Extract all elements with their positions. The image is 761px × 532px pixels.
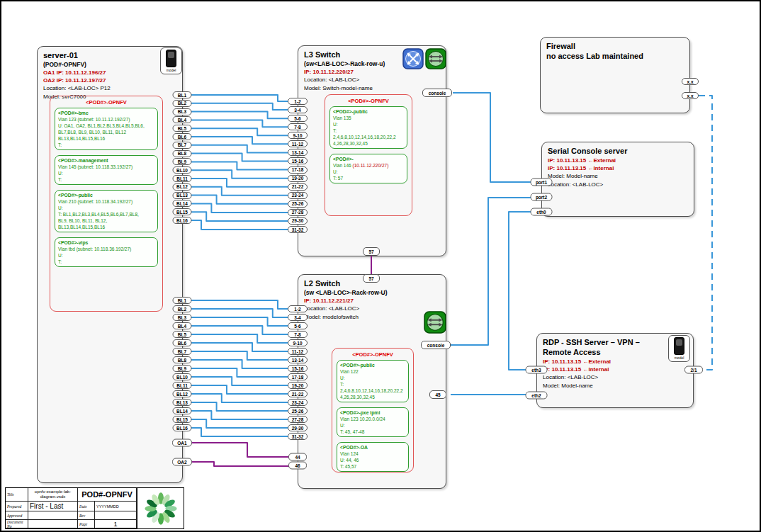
l3-opnfv-group[interactable]: <POD#>-OPNFV <POD#>-publicVlan 135U:T:2,… — [325, 94, 412, 216]
server-top-port-BL14[interactable]: BL14 — [173, 200, 192, 207]
fw-port-x.x[interactable]: x.x — [682, 78, 699, 85]
vlan-box[interactable]: <POD#>-OAVlan 124U: 44, 46T: 45,57 — [337, 442, 409, 472]
l2-port-44[interactable]: 44 — [288, 453, 307, 461]
l2-port-1-2[interactable]: 1-2 — [288, 305, 308, 312]
server-top-port-BL11[interactable]: BL11 — [173, 175, 192, 182]
rdp-port-2/1[interactable]: 2/1 — [684, 366, 703, 374]
l2-switch-node[interactable]: L2 Switch(sw <LAB-LOC>-Rack-row-U)IP: 10… — [298, 274, 446, 489]
l2-port-17-18[interactable]: 17-18 — [288, 373, 308, 380]
l3-port-15-16[interactable]: 15-16 — [288, 157, 308, 164]
l2-port-21-22[interactable]: 21-22 — [288, 390, 308, 397]
server-bot-port-BL7[interactable]: BL7 — [173, 348, 192, 355]
server-bot-port-BL10[interactable]: BL10 — [173, 373, 192, 380]
l3-port-5-6[interactable]: 5-6 — [288, 115, 308, 122]
server-bot-port-BL8[interactable]: BL8 — [173, 356, 192, 363]
server-opnfv-group[interactable]: <POD#>-OPNFV <POD#>-bmcVlan 123 (subnet:… — [50, 96, 163, 312]
l3-port-23-24[interactable]: 23-24 — [288, 192, 308, 199]
rdp-port-eth2[interactable]: eth2 — [526, 392, 548, 400]
l2-opnfv-group[interactable]: <POD#>-OPNFV <POD#>-publicVlan 122U:T:2,… — [332, 348, 414, 472]
server-top-port-BL4[interactable]: BL4 — [173, 116, 192, 123]
l3-port-57[interactable]: 57 — [363, 247, 380, 256]
server-bot-port-BL12[interactable]: BL12 — [173, 390, 192, 397]
l2-port-23-24[interactable]: 23-24 — [288, 399, 308, 406]
server-top-port-BL16[interactable]: BL16 — [173, 217, 192, 224]
firewall-node[interactable]: Firewallno access Lab maintained — [540, 37, 690, 113]
l2-port-31-32[interactable]: 31-32 — [288, 433, 308, 440]
server-top-port-BL12[interactable]: BL12 — [173, 183, 192, 191]
server-bot-port-BL11[interactable]: BL11 — [173, 382, 192, 389]
server-01-node[interactable]: server-01(POD#-OPNFV)OA1 IP: 10.11.12.19… — [37, 46, 183, 483]
l2-port-13-14[interactable]: 13-14 — [288, 356, 308, 363]
l2-port-27-28[interactable]: 27-28 — [288, 416, 308, 423]
l3-port-27-28[interactable]: 27-28 — [288, 209, 308, 216]
server-top-port-BL10[interactable]: BL10 — [173, 166, 192, 174]
server-top-port-BL6[interactable]: BL6 — [173, 133, 192, 140]
l2-port-25-26[interactable]: 25-26 — [288, 407, 308, 414]
server-top-port-BL5[interactable]: BL5 — [173, 125, 192, 132]
l3-port-31-32[interactable]: 31-32 — [288, 226, 308, 233]
server-bot-port-BL5[interactable]: BL5 — [173, 331, 192, 338]
l3-port-25-26[interactable]: 25-26 — [288, 200, 308, 208]
l3-port-17-18[interactable]: 17-18 — [288, 166, 308, 174]
server-top-port-BL9[interactable]: BL9 — [173, 158, 192, 165]
server-bot-port-BL1[interactable]: BL1 — [173, 297, 192, 304]
l2-port-7-8[interactable]: 7-8 — [288, 331, 308, 338]
con-port-eth0[interactable]: eth0 — [531, 208, 553, 216]
l2-port-15-16[interactable]: 15-16 — [288, 365, 308, 372]
l2-port-console[interactable]: console — [421, 341, 451, 349]
server-top-port-BL13[interactable]: BL13 — [173, 192, 192, 199]
fw-port-x.x[interactable]: x.x — [682, 92, 699, 99]
vlan-box[interactable]: <POD#>-publicVlan 210 (subnet: 10.118.34… — [55, 190, 158, 232]
l2-port-11-12[interactable]: 11-12 — [288, 348, 308, 355]
server-bot-port-BL9[interactable]: BL9 — [173, 365, 192, 372]
l2-port-3-4[interactable]: 3-4 — [288, 314, 308, 321]
server-bot-port-BL6[interactable]: BL6 — [173, 339, 192, 346]
vlan-box[interactable]: <POD#>-publicVlan 135U:T:2,4,6,8,10,12,1… — [329, 106, 407, 149]
wire — [191, 162, 288, 169]
rdp-port-eth3[interactable]: eth3 — [526, 366, 548, 374]
vlan-box[interactable]: <POD#>-vipsVlan tbd (subnet: 10.118.36.1… — [55, 237, 158, 267]
server-top-port-BL15[interactable]: BL15 — [173, 208, 192, 215]
l2-port-45[interactable]: 45 — [429, 390, 446, 399]
vlan-box[interactable]: <POD#>-Vlan 146 (10.11.12.220/27)U:T: 57 — [329, 154, 407, 183]
l2-port-46[interactable]: 46 — [288, 462, 307, 470]
server-bot-port-BL13[interactable]: BL13 — [173, 399, 192, 406]
l3-port-29-30[interactable]: 29-30 — [288, 217, 308, 225]
serial-console-node[interactable]: Serial Console serverIP: 10.11.13.15 ←Ex… — [541, 142, 694, 217]
server-top-port-BL2[interactable]: BL2 — [173, 100, 192, 107]
con-port-port2[interactable]: port2 — [531, 193, 553, 201]
server-bot-port-BL3[interactable]: BL3 — [173, 314, 192, 321]
l3-port-13-14[interactable]: 13-14 — [288, 149, 308, 156]
l3-port-19-20[interactable]: 19-20 — [288, 175, 308, 182]
server-bot-port-BL15[interactable]: BL15 — [173, 416, 192, 423]
server-bot-port-BL2[interactable]: BL2 — [173, 305, 192, 312]
l3-switch-node[interactable]: L3 Switch(sw<LAB-LOC>-Rack-row-u)IP: 10.… — [298, 45, 446, 256]
vlan-box[interactable]: <POD#>-pxe ipmiVlan 123 10.20.0.0/24U:T:… — [337, 407, 409, 437]
vlan-box[interactable]: <POD#>-bmcVlan 123 (subnet: 10.11.12.192… — [55, 108, 158, 150]
l3-port-1-2[interactable]: 1-2 — [288, 98, 308, 105]
server-top-port-BL7[interactable]: BL7 — [173, 142, 192, 149]
server-top-port-BL8[interactable]: BL8 — [173, 150, 192, 157]
l3-port-7-8[interactable]: 7-8 — [288, 123, 308, 130]
l3-port-3-4[interactable]: 3-4 — [288, 106, 308, 113]
l3-port-9-10[interactable]: 9-10 — [288, 132, 308, 139]
l2-port-19-20[interactable]: 19-20 — [288, 382, 308, 389]
l3-port-11-12[interactable]: 11-12 — [288, 140, 308, 147]
server-oa-port-OA2[interactable]: OA2 — [172, 458, 192, 466]
vlan-box[interactable]: <POD#>-managementVlan 145 (subnet: 10.11… — [55, 155, 158, 185]
vlan-box[interactable]: <POD#>-publicVlan 122U:T:2,4,6,8,10,12,1… — [337, 360, 409, 402]
l2-port-29-30[interactable]: 29-30 — [288, 424, 308, 431]
approved-value — [28, 511, 78, 520]
l2-port-9-10[interactable]: 9-10 — [288, 339, 308, 346]
l3-port-21-22[interactable]: 21-22 — [288, 183, 308, 191]
server-bot-port-BL4[interactable]: BL4 — [173, 322, 192, 329]
server-top-port-BL3[interactable]: BL3 — [173, 108, 192, 115]
server-top-port-BL1[interactable]: BL1 — [173, 91, 192, 98]
l2-port-57[interactable]: 57 — [363, 274, 380, 283]
server-bot-port-BL16[interactable]: BL16 — [173, 424, 192, 431]
con-port-port1[interactable]: port1 — [531, 179, 553, 186]
server-oa-port-OA1[interactable]: OA1 — [172, 439, 192, 447]
l3-port-console[interactable]: console — [422, 89, 452, 97]
l2-port-5-6[interactable]: 5-6 — [288, 322, 308, 329]
server-bot-port-BL14[interactable]: BL14 — [173, 407, 192, 414]
